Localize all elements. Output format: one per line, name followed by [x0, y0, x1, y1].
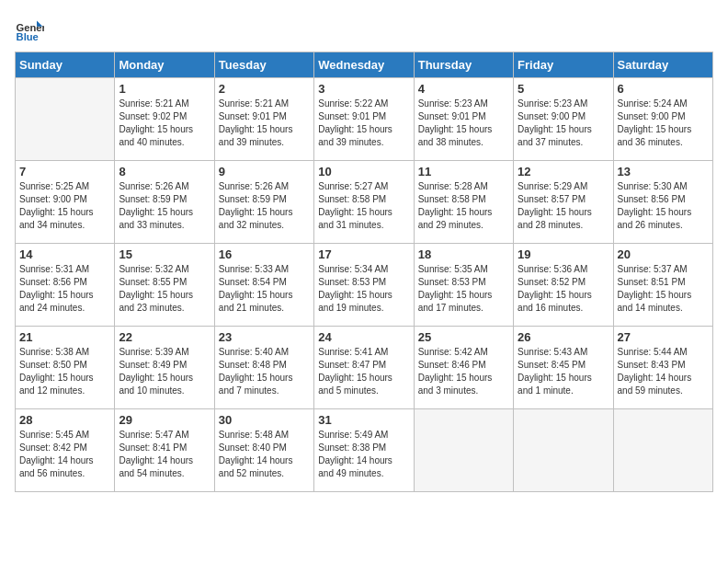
- calendar-cell: 7Sunrise: 5:25 AM Sunset: 9:00 PM Daylig…: [16, 161, 115, 244]
- calendar-cell: 28Sunrise: 5:45 AM Sunset: 8:42 PM Dayli…: [16, 409, 115, 492]
- day-number: 5: [518, 82, 609, 96]
- day-info: Sunrise: 5:35 AM Sunset: 8:53 PM Dayligh…: [418, 263, 509, 315]
- day-number: 21: [19, 330, 110, 344]
- day-number: 19: [518, 247, 609, 261]
- calendar-cell: 4Sunrise: 5:23 AM Sunset: 9:01 PM Daylig…: [414, 78, 513, 161]
- calendar-cell: 15Sunrise: 5:32 AM Sunset: 8:55 PM Dayli…: [115, 244, 214, 327]
- day-info: Sunrise: 5:24 AM Sunset: 9:00 PM Dayligh…: [618, 98, 709, 149]
- calendar-header-friday: Friday: [514, 52, 613, 78]
- day-info: Sunrise: 5:36 AM Sunset: 8:52 PM Dayligh…: [518, 263, 609, 315]
- calendar-cell: 22Sunrise: 5:39 AM Sunset: 8:49 PM Dayli…: [115, 327, 214, 409]
- day-info: Sunrise: 5:27 AM Sunset: 8:58 PM Dayligh…: [318, 180, 409, 232]
- calendar-week-4: 21Sunrise: 5:38 AM Sunset: 8:50 PM Dayli…: [16, 327, 713, 409]
- calendar-cell: [414, 409, 513, 492]
- calendar-week-2: 7Sunrise: 5:25 AM Sunset: 9:00 PM Daylig…: [16, 161, 713, 244]
- day-info: Sunrise: 5:47 AM Sunset: 8:41 PM Dayligh…: [119, 429, 210, 480]
- page-header: General Blue: [15, 15, 713, 44]
- calendar-table: SundayMondayTuesdayWednesdayThursdayFrid…: [15, 52, 713, 492]
- calendar-cell: 12Sunrise: 5:29 AM Sunset: 8:57 PM Dayli…: [514, 161, 613, 244]
- day-number: 16: [219, 247, 310, 261]
- calendar-cell: 6Sunrise: 5:24 AM Sunset: 9:00 PM Daylig…: [613, 78, 712, 161]
- day-number: 27: [618, 330, 709, 344]
- calendar-cell: 31Sunrise: 5:49 AM Sunset: 8:38 PM Dayli…: [314, 409, 414, 492]
- day-info: Sunrise: 5:41 AM Sunset: 8:47 PM Dayligh…: [318, 346, 409, 397]
- day-number: 29: [119, 413, 210, 427]
- calendar-cell: 17Sunrise: 5:34 AM Sunset: 8:53 PM Dayli…: [314, 244, 414, 327]
- calendar-cell: 9Sunrise: 5:26 AM Sunset: 8:59 PM Daylig…: [214, 161, 313, 244]
- day-number: 22: [119, 330, 210, 344]
- calendar-cell: [613, 409, 712, 492]
- day-number: 8: [119, 165, 210, 178]
- day-number: 1: [119, 82, 210, 96]
- calendar-header-wednesday: Wednesday: [314, 52, 414, 78]
- calendar-cell: 19Sunrise: 5:36 AM Sunset: 8:52 PM Dayli…: [514, 244, 613, 327]
- calendar-cell: 3Sunrise: 5:22 AM Sunset: 9:01 PM Daylig…: [314, 78, 414, 161]
- day-info: Sunrise: 5:26 AM Sunset: 8:59 PM Dayligh…: [119, 180, 210, 232]
- day-number: 17: [318, 247, 409, 261]
- calendar-cell: 11Sunrise: 5:28 AM Sunset: 8:58 PM Dayli…: [414, 161, 513, 244]
- logo-icon: General Blue: [15, 15, 44, 44]
- day-number: 13: [618, 165, 709, 178]
- calendar-cell: 14Sunrise: 5:31 AM Sunset: 8:56 PM Dayli…: [16, 244, 115, 327]
- calendar-cell: 2Sunrise: 5:21 AM Sunset: 9:01 PM Daylig…: [214, 78, 313, 161]
- day-info: Sunrise: 5:30 AM Sunset: 8:56 PM Dayligh…: [618, 180, 709, 232]
- day-info: Sunrise: 5:44 AM Sunset: 8:43 PM Dayligh…: [618, 346, 709, 397]
- calendar-week-3: 14Sunrise: 5:31 AM Sunset: 8:56 PM Dayli…: [16, 244, 713, 327]
- day-info: Sunrise: 5:29 AM Sunset: 8:57 PM Dayligh…: [518, 180, 609, 232]
- day-number: 14: [19, 247, 110, 261]
- day-number: 9: [219, 165, 310, 178]
- day-number: 23: [219, 330, 310, 344]
- calendar-header-saturday: Saturday: [613, 52, 712, 78]
- calendar-body: 1Sunrise: 5:21 AM Sunset: 9:02 PM Daylig…: [16, 78, 713, 492]
- day-info: Sunrise: 5:23 AM Sunset: 9:00 PM Dayligh…: [518, 98, 609, 149]
- day-info: Sunrise: 5:31 AM Sunset: 8:56 PM Dayligh…: [19, 263, 110, 315]
- day-number: 18: [418, 247, 509, 261]
- day-number: 2: [219, 82, 310, 96]
- day-info: Sunrise: 5:26 AM Sunset: 8:59 PM Dayligh…: [219, 180, 310, 232]
- day-info: Sunrise: 5:38 AM Sunset: 8:50 PM Dayligh…: [19, 346, 110, 397]
- day-number: 31: [318, 413, 409, 427]
- day-number: 24: [318, 330, 409, 344]
- day-info: Sunrise: 5:49 AM Sunset: 8:38 PM Dayligh…: [318, 429, 409, 480]
- day-info: Sunrise: 5:48 AM Sunset: 8:40 PM Dayligh…: [219, 429, 310, 480]
- calendar-cell: [514, 409, 613, 492]
- day-info: Sunrise: 5:39 AM Sunset: 8:49 PM Dayligh…: [119, 346, 210, 397]
- day-number: 10: [318, 165, 409, 178]
- day-info: Sunrise: 5:37 AM Sunset: 8:51 PM Dayligh…: [618, 263, 709, 315]
- day-info: Sunrise: 5:43 AM Sunset: 8:45 PM Dayligh…: [518, 346, 609, 397]
- calendar-cell: 25Sunrise: 5:42 AM Sunset: 8:46 PM Dayli…: [414, 327, 513, 409]
- calendar-cell: 27Sunrise: 5:44 AM Sunset: 8:43 PM Dayli…: [613, 327, 712, 409]
- day-info: Sunrise: 5:22 AM Sunset: 9:01 PM Dayligh…: [318, 98, 409, 149]
- day-info: Sunrise: 5:40 AM Sunset: 8:48 PM Dayligh…: [219, 346, 310, 397]
- calendar-cell: 20Sunrise: 5:37 AM Sunset: 8:51 PM Dayli…: [613, 244, 712, 327]
- day-number: 12: [518, 165, 609, 178]
- day-number: 26: [518, 330, 609, 344]
- day-number: 3: [318, 82, 409, 96]
- calendar-week-1: 1Sunrise: 5:21 AM Sunset: 9:02 PM Daylig…: [16, 78, 713, 161]
- day-number: 7: [19, 165, 110, 178]
- calendar-cell: 8Sunrise: 5:26 AM Sunset: 8:59 PM Daylig…: [115, 161, 214, 244]
- day-number: 28: [19, 413, 110, 427]
- day-number: 11: [418, 165, 509, 178]
- calendar-cell: 30Sunrise: 5:48 AM Sunset: 8:40 PM Dayli…: [214, 409, 313, 492]
- day-number: 25: [418, 330, 509, 344]
- calendar-cell: 1Sunrise: 5:21 AM Sunset: 9:02 PM Daylig…: [115, 78, 214, 161]
- calendar-cell: 24Sunrise: 5:41 AM Sunset: 8:47 PM Dayli…: [314, 327, 414, 409]
- calendar-header-tuesday: Tuesday: [214, 52, 313, 78]
- day-number: 30: [219, 413, 310, 427]
- calendar-cell: [16, 78, 115, 161]
- day-info: Sunrise: 5:45 AM Sunset: 8:42 PM Dayligh…: [19, 429, 110, 480]
- day-number: 20: [618, 247, 709, 261]
- day-info: Sunrise: 5:25 AM Sunset: 9:00 PM Dayligh…: [19, 180, 110, 232]
- day-info: Sunrise: 5:32 AM Sunset: 8:55 PM Dayligh…: [119, 263, 210, 315]
- calendar-header-row: SundayMondayTuesdayWednesdayThursdayFrid…: [16, 52, 713, 78]
- day-number: 4: [418, 82, 509, 96]
- calendar-week-5: 28Sunrise: 5:45 AM Sunset: 8:42 PM Dayli…: [16, 409, 713, 492]
- day-info: Sunrise: 5:42 AM Sunset: 8:46 PM Dayligh…: [418, 346, 509, 397]
- calendar-cell: 13Sunrise: 5:30 AM Sunset: 8:56 PM Dayli…: [613, 161, 712, 244]
- calendar-cell: 5Sunrise: 5:23 AM Sunset: 9:00 PM Daylig…: [514, 78, 613, 161]
- calendar-cell: 26Sunrise: 5:43 AM Sunset: 8:45 PM Dayli…: [514, 327, 613, 409]
- logo: General Blue: [15, 15, 48, 44]
- calendar-header-thursday: Thursday: [414, 52, 513, 78]
- calendar-header-sunday: Sunday: [16, 52, 115, 78]
